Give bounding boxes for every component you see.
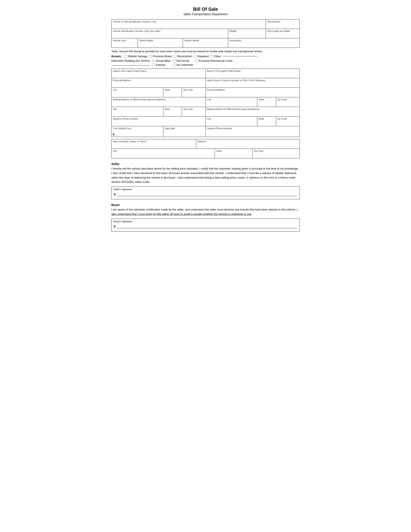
address-label: Address (198, 140, 298, 143)
no-odometer-item[interactable]: No Odometer (173, 63, 193, 66)
brand-reconstruct-item[interactable]: Reconstruct (174, 55, 192, 58)
brand-rebuilt-item[interactable]: Rebuilt Salvage (124, 55, 147, 58)
weight-label: Weight (229, 30, 264, 32)
brand-other-label: Other (214, 55, 221, 58)
vehicle-make-label: Vehicle Make (139, 39, 182, 42)
exceeds-label: Exceeds Mechanical Limits (199, 59, 233, 62)
exempt-item[interactable]: Exempt (152, 63, 171, 66)
seller-address-label: Physical Address (113, 79, 204, 82)
buyer-text1: I am aware of the odometer certification… (111, 208, 296, 211)
seller-phone-label: Daytime Phone Number (113, 117, 204, 120)
buyer-mailing-zip-label: Zip Code (277, 117, 298, 120)
seller-sig-label: Seller's Signature (114, 188, 297, 190)
description-label: Description (229, 39, 298, 42)
brand-repaired-label: Repaired (197, 55, 209, 58)
brands-row: Brands: Rebuilt Salvage Previous Brand R… (111, 55, 300, 58)
seller-signature-box: Seller's Signature X (111, 187, 300, 199)
actual-miles-label: Actual Miles (156, 59, 171, 62)
brand-other-item[interactable]: Other (210, 55, 257, 58)
seller-city-label: City (113, 88, 162, 91)
vehicle-year-label: Vehicle Year (113, 39, 136, 42)
vin2-label: Vehicle Identification Number (2nd) See … (113, 30, 227, 32)
no-odometer-label: No Odometer (177, 63, 193, 66)
vin1-label: Vehicle or Hull Identification Number (1… (113, 20, 264, 23)
exceeds-item[interactable]: Exceeds Mechanical Limits (195, 59, 233, 62)
sale-date-label: Sale Date (164, 127, 204, 130)
buyer-license-label: Idaho Driver's License Number or SSN / E… (207, 79, 298, 82)
brand-other-checkbox[interactable] (210, 55, 213, 58)
lienholder-state-label: State (216, 150, 251, 152)
brand-rebuilt-label: Rebuilt Salvage (128, 55, 147, 58)
seller-mailing-state-label: State (164, 108, 181, 110)
seller-sig-x: X (114, 193, 116, 196)
not-actual-checkbox[interactable] (173, 59, 176, 62)
page-subtitle: Idaho Transportation Department (111, 12, 300, 16)
selling-price-label: True Selling Price (113, 127, 162, 130)
lienholder-city-label: City (113, 150, 213, 152)
brand-reconstruct-label: Reconstruct (177, 55, 192, 58)
seller-zip-label: Zip Code (183, 88, 204, 91)
brand-repaired-checkbox[interactable] (194, 55, 197, 58)
seller-sig-line (117, 192, 297, 196)
seller-heading: Seller (111, 162, 300, 166)
brand-rebuilt-checkbox[interactable] (124, 55, 127, 58)
brands-label: Brands: (111, 55, 122, 58)
odometer-checks2: Not Actual No Odometer (173, 59, 193, 66)
exempt-checkbox[interactable] (152, 63, 155, 66)
buyer-sig-label: Buyer's Signature (114, 220, 297, 223)
vin-note: *Note: Second VIN should be provided for… (111, 49, 300, 53)
exceeds-col: Exceeds Mechanical Limits (195, 59, 233, 62)
not-actual-label: Not Actual (177, 59, 189, 62)
exceeds-checkbox[interactable] (195, 59, 198, 62)
buyer-address-label: Physical Address (207, 88, 298, 91)
brand-previous-item[interactable]: Previous Brand (149, 55, 172, 58)
buyer-phone-label: Daytime Phone Number (207, 127, 298, 130)
seller-mailing-label: Mailing Address (If different than physi… (113, 98, 204, 101)
buyer-mailing-city-label: City (207, 117, 256, 120)
no-odometer-checkbox[interactable] (173, 63, 176, 66)
buyer-signature-box: Buyer's Signature X (111, 219, 300, 231)
odometer-label: Odometer Reading (No Tenths) (111, 59, 150, 62)
seller-sig-x-row: X (114, 192, 297, 196)
lienholder-label: New Lienholder Name or "None" (113, 140, 195, 143)
exempt-label: Exempt (156, 63, 165, 66)
seller-state-label: State (164, 88, 181, 91)
buyer-mailing-label: Mailing Address (If different than physi… (207, 108, 298, 110)
actual-miles-item[interactable]: Actual Miles (152, 59, 171, 62)
buyer-zip-label: Zip Code (277, 98, 298, 101)
page-title: Bill Of Sale (111, 6, 300, 12)
actual-miles-checkbox[interactable] (152, 59, 155, 62)
buyer-text: I am aware of the odometer certification… (111, 208, 300, 217)
seller-text: I hereby sell the vehicle described abov… (111, 167, 300, 184)
dollar-sign: $ (113, 133, 114, 136)
vehicle-model-label: Vehicle Model (184, 39, 227, 42)
title-number-label: Title Number (267, 20, 298, 23)
brand-repaired-item[interactable]: Repaired (194, 55, 209, 58)
odometer-checks: Actual Miles Exempt (152, 59, 171, 66)
seller-name-label: Seller's Full Legal Printed Name (113, 70, 204, 72)
not-actual-item[interactable]: Not Actual (173, 59, 193, 62)
full-length-label: Full Length and Width (267, 30, 298, 32)
brand-reconstruct-checkbox[interactable] (174, 55, 176, 58)
buyer-state-label: State (259, 98, 275, 101)
odometer-row: Odometer Reading (No Tenths) Actual Mile… (111, 59, 300, 66)
buyer-sig-x-row: X (114, 224, 297, 228)
brand-previous-label: Previous Brand (153, 55, 172, 58)
buyer-name-label: Buyer's Full Legal Printed Name (207, 70, 298, 72)
buyer-mailing-state-label: State (259, 117, 275, 120)
buyer-sig-x: X (114, 225, 116, 228)
buyer-city-label: City (207, 98, 256, 101)
brand-previous-checkbox[interactable] (149, 55, 152, 58)
lienholder-zip-label: Zip Code (254, 150, 298, 152)
seller-mailing-city-label: City (113, 108, 162, 110)
buyer-heading: Buyer (111, 203, 300, 207)
odometer-underline (111, 65, 150, 66)
buyer-sig-line (117, 224, 297, 228)
seller-mailing-zip-label: Zip Code (183, 108, 204, 110)
